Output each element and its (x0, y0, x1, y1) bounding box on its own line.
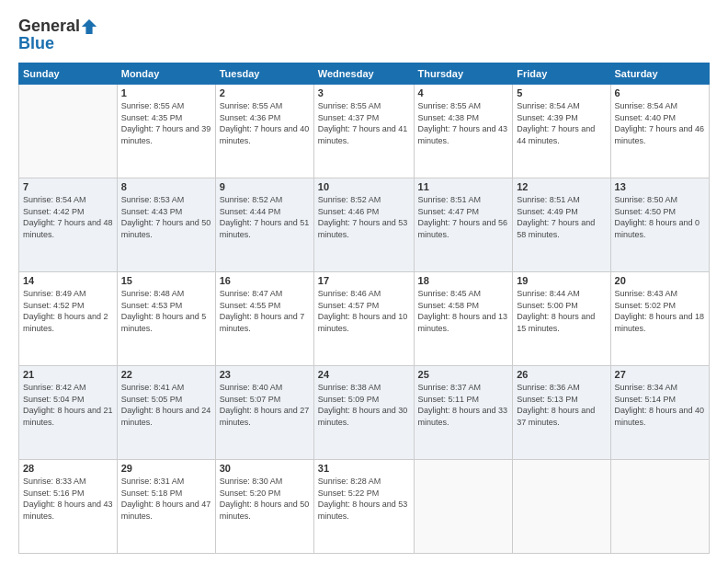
week-row-2: 7Sunrise: 8:54 AMSunset: 4:42 PMDaylight… (19, 178, 710, 272)
day-number: 25 (418, 369, 509, 380)
day-number: 2 (220, 87, 310, 98)
day-number: 18 (418, 275, 509, 286)
day-info: Sunrise: 8:55 AMSunset: 4:35 PMDaylight:… (121, 100, 211, 146)
day-header-saturday: Saturday (610, 63, 709, 85)
logo-general: General (18, 17, 80, 36)
day-info: Sunrise: 8:40 AMSunset: 5:07 PMDaylight:… (220, 382, 310, 428)
day-number: 19 (517, 275, 606, 286)
day-number: 8 (121, 181, 211, 192)
calendar-cell (19, 85, 118, 178)
day-header-wednesday: Wednesday (313, 63, 414, 85)
calendar-page: General Blue SundayMondayTuesdayWednesda… (0, 0, 728, 563)
day-number: 10 (318, 181, 410, 192)
week-row-3: 14Sunrise: 8:49 AMSunset: 4:52 PMDayligh… (19, 272, 710, 366)
day-header-monday: Monday (117, 63, 215, 85)
calendar-cell: 18Sunrise: 8:45 AMSunset: 4:58 PMDayligh… (414, 272, 513, 366)
day-number: 5 (517, 87, 606, 98)
day-info: Sunrise: 8:31 AMSunset: 5:18 PMDaylight:… (121, 476, 211, 522)
day-info: Sunrise: 8:42 AMSunset: 5:04 PMDaylight:… (23, 382, 113, 428)
day-info: Sunrise: 8:37 AMSunset: 5:11 PMDaylight:… (418, 382, 509, 428)
calendar-cell: 8Sunrise: 8:53 AMSunset: 4:43 PMDaylight… (117, 178, 215, 272)
calendar-cell: 27Sunrise: 8:34 AMSunset: 5:14 PMDayligh… (610, 366, 709, 460)
calendar-cell: 2Sunrise: 8:55 AMSunset: 4:36 PMDaylight… (215, 85, 313, 178)
day-info: Sunrise: 8:45 AMSunset: 4:58 PMDaylight:… (418, 288, 509, 334)
calendar-cell: 17Sunrise: 8:46 AMSunset: 4:57 PMDayligh… (313, 272, 414, 366)
day-number: 26 (517, 369, 606, 380)
day-number: 16 (220, 275, 310, 286)
day-info: Sunrise: 8:47 AMSunset: 4:55 PMDaylight:… (220, 288, 310, 334)
day-info: Sunrise: 8:50 AMSunset: 4:50 PMDaylight:… (615, 194, 705, 240)
week-row-1: 1Sunrise: 8:55 AMSunset: 4:35 PMDaylight… (19, 85, 710, 178)
calendar-cell: 1Sunrise: 8:55 AMSunset: 4:35 PMDaylight… (117, 85, 215, 178)
calendar-cell: 31Sunrise: 8:28 AMSunset: 5:22 PMDayligh… (313, 460, 414, 554)
day-info: Sunrise: 8:54 AMSunset: 4:39 PMDaylight:… (517, 100, 606, 146)
day-number: 30 (220, 463, 310, 474)
day-info: Sunrise: 8:33 AMSunset: 5:16 PMDaylight:… (23, 476, 113, 522)
day-number: 17 (318, 275, 410, 286)
calendar-cell (414, 460, 513, 554)
logo-icon (81, 18, 97, 35)
day-number: 29 (121, 463, 211, 474)
calendar-cell: 3Sunrise: 8:55 AMSunset: 4:37 PMDaylight… (313, 85, 414, 178)
week-row-5: 28Sunrise: 8:33 AMSunset: 5:16 PMDayligh… (19, 460, 710, 554)
calendar-cell: 24Sunrise: 8:38 AMSunset: 5:09 PMDayligh… (313, 366, 414, 460)
day-info: Sunrise: 8:28 AMSunset: 5:22 PMDaylight:… (318, 476, 410, 522)
calendar-cell: 5Sunrise: 8:54 AMSunset: 4:39 PMDaylight… (513, 85, 610, 178)
day-number: 22 (121, 369, 211, 380)
logo: General Blue (18, 17, 97, 53)
week-row-4: 21Sunrise: 8:42 AMSunset: 5:04 PMDayligh… (19, 366, 710, 460)
day-info: Sunrise: 8:53 AMSunset: 4:43 PMDaylight:… (121, 194, 211, 240)
day-info: Sunrise: 8:55 AMSunset: 4:38 PMDaylight:… (418, 100, 509, 146)
day-number: 24 (318, 369, 410, 380)
day-number: 31 (318, 463, 410, 474)
day-info: Sunrise: 8:36 AMSunset: 5:13 PMDaylight:… (517, 382, 606, 428)
calendar-cell: 28Sunrise: 8:33 AMSunset: 5:16 PMDayligh… (19, 460, 118, 554)
day-info: Sunrise: 8:41 AMSunset: 5:05 PMDaylight:… (121, 382, 211, 428)
day-info: Sunrise: 8:55 AMSunset: 4:37 PMDaylight:… (318, 100, 410, 146)
day-header-tuesday: Tuesday (215, 63, 313, 85)
calendar-cell: 30Sunrise: 8:30 AMSunset: 5:20 PMDayligh… (215, 460, 313, 554)
calendar-cell: 4Sunrise: 8:55 AMSunset: 4:38 PMDaylight… (414, 85, 513, 178)
day-number: 12 (517, 181, 606, 192)
calendar-cell: 25Sunrise: 8:37 AMSunset: 5:11 PMDayligh… (414, 366, 513, 460)
calendar-cell: 14Sunrise: 8:49 AMSunset: 4:52 PMDayligh… (19, 272, 118, 366)
calendar-cell: 13Sunrise: 8:50 AMSunset: 4:50 PMDayligh… (610, 178, 709, 272)
svg-marker-0 (82, 18, 97, 33)
day-number: 13 (615, 181, 705, 192)
calendar-cell: 26Sunrise: 8:36 AMSunset: 5:13 PMDayligh… (513, 366, 610, 460)
calendar-cell: 19Sunrise: 8:44 AMSunset: 5:00 PMDayligh… (513, 272, 610, 366)
day-info: Sunrise: 8:51 AMSunset: 4:49 PMDaylight:… (517, 194, 606, 240)
calendar-cell: 16Sunrise: 8:47 AMSunset: 4:55 PMDayligh… (215, 272, 313, 366)
calendar-cell: 22Sunrise: 8:41 AMSunset: 5:05 PMDayligh… (117, 366, 215, 460)
day-info: Sunrise: 8:51 AMSunset: 4:47 PMDaylight:… (418, 194, 509, 240)
calendar-table: SundayMondayTuesdayWednesdayThursdayFrid… (18, 63, 710, 554)
calendar-cell: 20Sunrise: 8:43 AMSunset: 5:02 PMDayligh… (610, 272, 709, 366)
day-number: 28 (23, 463, 113, 474)
day-number: 11 (418, 181, 509, 192)
day-number: 1 (121, 87, 211, 98)
calendar-cell: 6Sunrise: 8:54 AMSunset: 4:40 PMDaylight… (610, 85, 709, 178)
day-info: Sunrise: 8:38 AMSunset: 5:09 PMDaylight:… (318, 382, 410, 428)
calendar-cell: 12Sunrise: 8:51 AMSunset: 4:49 PMDayligh… (513, 178, 610, 272)
day-info: Sunrise: 8:43 AMSunset: 5:02 PMDaylight:… (615, 288, 705, 334)
day-header-sunday: Sunday (19, 63, 118, 85)
calendar-cell: 21Sunrise: 8:42 AMSunset: 5:04 PMDayligh… (19, 366, 118, 460)
day-number: 6 (615, 87, 705, 98)
day-number: 3 (318, 87, 410, 98)
day-info: Sunrise: 8:44 AMSunset: 5:00 PMDaylight:… (517, 288, 606, 334)
page-header: General Blue (18, 17, 710, 53)
day-number: 23 (220, 369, 310, 380)
day-header-thursday: Thursday (414, 63, 513, 85)
calendar-cell: 10Sunrise: 8:52 AMSunset: 4:46 PMDayligh… (313, 178, 414, 272)
day-number: 27 (615, 369, 705, 380)
calendar-cell: 11Sunrise: 8:51 AMSunset: 4:47 PMDayligh… (414, 178, 513, 272)
day-info: Sunrise: 8:54 AMSunset: 4:42 PMDaylight:… (23, 194, 113, 240)
calendar-cell: 23Sunrise: 8:40 AMSunset: 5:07 PMDayligh… (215, 366, 313, 460)
day-info: Sunrise: 8:52 AMSunset: 4:46 PMDaylight:… (318, 194, 410, 240)
days-header-row: SundayMondayTuesdayWednesdayThursdayFrid… (19, 63, 710, 85)
calendar-cell (610, 460, 709, 554)
day-number: 14 (23, 275, 113, 286)
day-number: 9 (220, 181, 310, 192)
day-number: 20 (615, 275, 705, 286)
day-info: Sunrise: 8:55 AMSunset: 4:36 PMDaylight:… (220, 100, 310, 146)
